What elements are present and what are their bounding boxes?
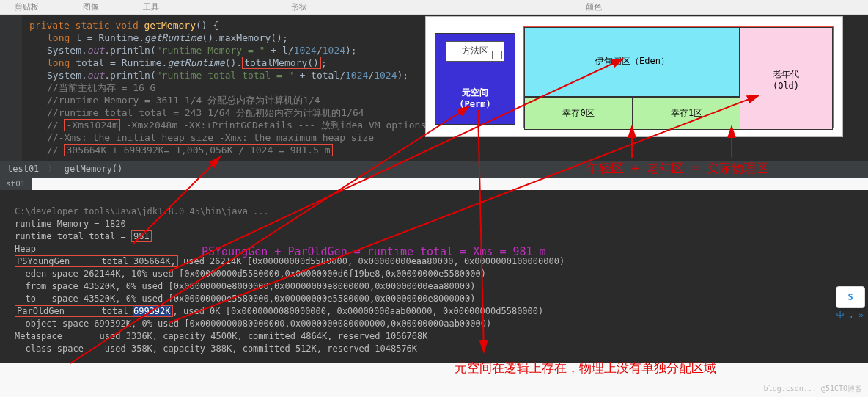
- eden-region: 伊甸园区（Eden）: [524, 27, 740, 97]
- ime-logo-icon: S: [847, 292, 853, 302]
- console-line: runtime Memory = 1820: [15, 219, 126, 229]
- highlight-xms: -Xms1024m: [64, 119, 119, 131]
- console-line: Metaspace used 3336K, capacity 4500K, co…: [15, 331, 428, 341]
- heap-region: 伊甸园区（Eden） 老年代(Old) 幸存0区 幸存1区: [523, 26, 834, 128]
- survivor1-region: 幸存1区: [633, 97, 740, 130]
- console-line: runtime total total = 981: [15, 230, 152, 242]
- red-annot-metaspace: 元空间在逻辑上存在，物理上没有单独分配区域: [455, 360, 716, 376]
- run-tab[interactable]: st01: [0, 178, 32, 190]
- console-line: to space 43520K, 0% used [0x00000000e558…: [15, 294, 476, 304]
- run-console[interactable]: C:\developer_tools\Java\jdk1.8.0_45\bin\…: [0, 190, 868, 363]
- red-annot-physical: 年轻区 + 老年区 = 实际物理区: [586, 160, 768, 177]
- console-line: Heap: [15, 244, 36, 254]
- console-line: from space 43520K, 0% used [0x00000000e8…: [15, 281, 476, 291]
- highlight-paroldgen: ParOldGen total 699392K: [15, 305, 173, 317]
- tab-tools: 工具: [143, 1, 159, 12]
- console-path: C:\developer_tools\Java\jdk1.8.0_45\bin\…: [15, 206, 269, 216]
- watermark: blog.csdn... @51CTO博客: [764, 384, 862, 394]
- tab-color: 颜色: [586, 1, 602, 12]
- editor-gutter: [0, 15, 22, 161]
- console-line: class space used 358K, capacity 388K, co…: [15, 343, 417, 354]
- highlight-psyounggen: PSYoungGen total 305664K,: [15, 255, 178, 267]
- console-line: ParOldGen total 699392K, used 0K [0x0000…: [15, 305, 543, 317]
- highlight-calc: 305664K + 699392K= 1,005,056K / 1024 = 9…: [64, 144, 332, 156]
- ime-text: 中 , »: [836, 310, 864, 321]
- chevron-right-icon: 〉: [48, 164, 56, 174]
- ime-badge[interactable]: S: [836, 286, 865, 308]
- method-area: 方法区: [446, 41, 504, 62]
- pink-formula: PSYoungGen + ParOldGen = runtime total =…: [202, 245, 546, 258]
- console-line: object space 699392K, 0% used [0x0000000…: [15, 318, 491, 329]
- tab-clipboard: 剪贴板: [15, 1, 39, 12]
- tab-image: 图像: [83, 1, 99, 12]
- console-line: eden space 262144K, 10% used [0x00000000…: [15, 269, 486, 279]
- breadcrumb-method[interactable]: getMemory(): [65, 164, 122, 174]
- code-line: // 305664K + 699392K= 1,005,056K / 1024 …: [29, 144, 868, 156]
- survivor0-region: 幸存0区: [524, 97, 633, 130]
- perm-label-2: (Perm): [459, 99, 490, 109]
- old-region: 老年代(Old): [739, 27, 833, 130]
- perm-label-1: 元空间: [462, 87, 488, 98]
- tab-shape: 形状: [291, 1, 307, 12]
- breadcrumb-class[interactable]: test01: [7, 164, 39, 174]
- highlight-totalmemory: totalMemory(): [242, 57, 321, 69]
- highlight-981: 981: [131, 230, 152, 242]
- perm-region: 方法区 元空间 (Perm): [435, 33, 515, 125]
- heap-diagram: 方法区 元空间 (Perm) 伊甸园区（Eden） 老年代(Old) 幸存0区 …: [425, 16, 843, 137]
- top-toolbar: 剪贴板 图像 工具 形状 颜色: [0, 0, 868, 15]
